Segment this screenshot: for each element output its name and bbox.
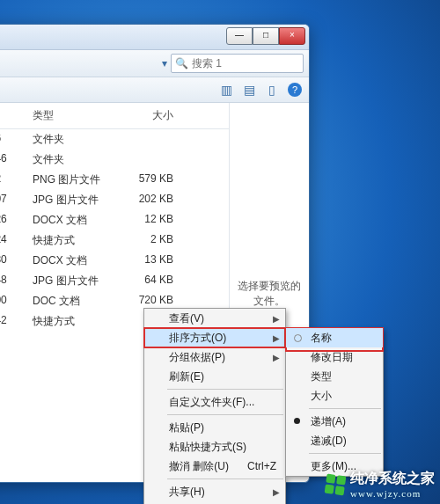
ctx-paste-shortcut[interactable]: 粘贴快捷方式(S) bbox=[144, 437, 285, 457]
help-icon[interactable]: ? bbox=[288, 83, 302, 97]
close-button[interactable]: × bbox=[279, 27, 305, 45]
search-box[interactable]: 🔍 bbox=[171, 54, 304, 73]
split-icon[interactable]: ▾ bbox=[162, 57, 167, 69]
ctx-share[interactable]: 共享(H)▶ bbox=[144, 482, 285, 501]
sort-name[interactable]: 名称 bbox=[286, 328, 383, 347]
col-date[interactable]: 日期 bbox=[0, 106, 33, 125]
table-row[interactable]: 1/4/26 15:07JPG 图片文件202 KB bbox=[0, 190, 229, 210]
ctx-sort[interactable]: 排序方式(O)▶ bbox=[144, 328, 285, 347]
toolbar: ▥ ▤ ▯ ? bbox=[0, 77, 309, 103]
sort-submenu[interactable]: 名称 修改日期 类型 大小 递增(A) 递减(D) 更多(M)... bbox=[285, 327, 384, 477]
sort-date[interactable]: 修改日期 bbox=[286, 347, 383, 367]
sort-asc[interactable]: 递增(A) bbox=[286, 412, 383, 431]
watermark-url: www.wjzy.com bbox=[350, 488, 435, 499]
view-details-icon[interactable]: ▤ bbox=[242, 83, 256, 97]
ctx-paste[interactable]: 粘贴(P) bbox=[144, 418, 285, 437]
table-row[interactable]: 1/5/10 14:24快捷方式2 KB bbox=[0, 230, 229, 251]
table-row[interactable]: 0/7/6 15:42PNG 图片文件579 KB bbox=[0, 170, 229, 190]
ctx-view[interactable]: 查看(V)▶ bbox=[144, 309, 285, 328]
preview-pane-icon[interactable]: ▯ bbox=[265, 83, 279, 97]
watermark-brand: 纯净系统之家 bbox=[350, 470, 435, 488]
context-menu[interactable]: 查看(V)▶ 排序方式(O)▶ 分组依据(P)▶ 刷新(E) 自定义文件夹(F)… bbox=[143, 308, 286, 504]
ctx-undo[interactable]: 撤消 删除(U)Ctrl+Z bbox=[144, 457, 285, 476]
table-row[interactable]: 1/5/24 13:46文件夹 bbox=[0, 150, 229, 170]
col-type[interactable]: 类型 bbox=[33, 106, 112, 125]
column-headers[interactable]: 日期 类型 大小 bbox=[0, 103, 229, 129]
ctx-refresh[interactable]: 刷新(E) bbox=[144, 367, 285, 386]
watermark-logo-icon bbox=[325, 473, 347, 495]
table-row[interactable]: 1/5/31 16:26DOCX 文档12 KB bbox=[0, 210, 229, 230]
titlebar[interactable]: — □ × bbox=[0, 25, 309, 50]
minimize-button[interactable]: — bbox=[226, 27, 253, 45]
ctx-group[interactable]: 分组依据(P)▶ bbox=[144, 347, 285, 367]
sort-size[interactable]: 大小 bbox=[286, 386, 383, 405]
radio-icon bbox=[294, 334, 302, 342]
maximize-button[interactable]: □ bbox=[253, 27, 279, 45]
table-row[interactable]: 1/5/27 10:48JPG 图片文件64 KB bbox=[0, 271, 229, 291]
sort-type[interactable]: 类型 bbox=[286, 367, 383, 386]
preview-hint: 选择要预览的文件。 bbox=[235, 279, 304, 309]
address-bar: ▾ 🔍 bbox=[0, 50, 309, 77]
search-input[interactable] bbox=[190, 56, 299, 70]
radio-selected-icon bbox=[294, 418, 300, 424]
table-row[interactable]: 1/4/26 14:30DOCX 文档13 KB bbox=[0, 251, 229, 271]
col-size[interactable]: 大小 bbox=[112, 106, 173, 125]
ctx-custom-folder[interactable]: 自定义文件夹(F)... bbox=[144, 392, 285, 412]
search-icon: 🔍 bbox=[175, 57, 188, 69]
table-row[interactable]: 1/6/2 13:46文件夹 bbox=[0, 129, 229, 150]
view-thumb-icon[interactable]: ▥ bbox=[219, 83, 233, 97]
sort-desc[interactable]: 递减(D) bbox=[286, 431, 383, 450]
watermark: 纯净系统之家 www.wjzy.com bbox=[326, 470, 435, 499]
